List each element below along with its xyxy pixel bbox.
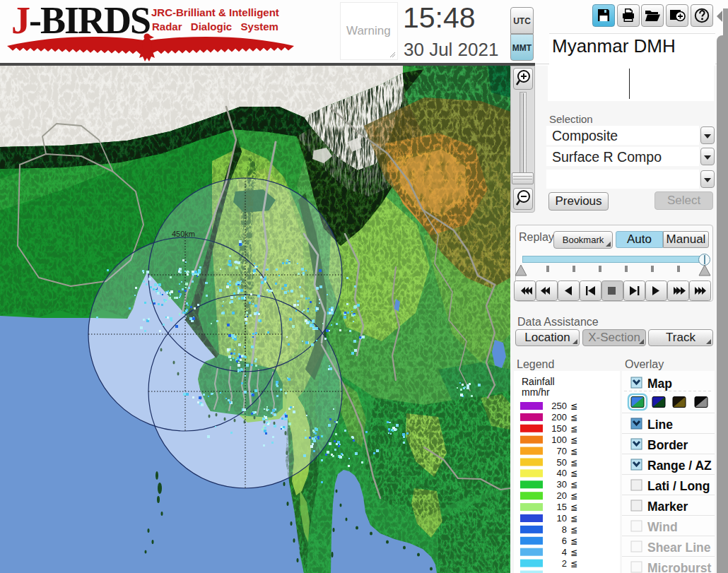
svg-text:≦: ≦ [570,458,577,468]
svg-text:50: 50 [557,457,567,468]
svg-text:15: 15 [557,502,567,512]
svg-text:≦: ≦ [570,548,577,557]
svg-text:Microburst: Microburst [647,561,712,573]
svg-text:Wind: Wind [647,520,678,534]
svg-text:≦: ≦ [570,559,577,569]
svg-text:≦: ≦ [570,536,577,546]
svg-text:30: 30 [557,479,567,490]
svg-text:40: 40 [557,468,567,478]
svg-text:Marker: Marker [647,500,688,514]
svg-text:150: 150 [551,423,567,434]
svg-text:6: 6 [562,536,567,546]
svg-text:100: 100 [551,435,567,445]
svg-text:≦: ≦ [570,468,577,478]
svg-text:4: 4 [562,547,567,557]
svg-text:10: 10 [557,513,567,524]
svg-text:Lati / Long: Lati / Long [647,479,710,493]
svg-text:20: 20 [557,490,567,501]
svg-text:Shear Line: Shear Line [647,540,711,555]
svg-text:8: 8 [562,524,567,535]
svg-text:≦: ≦ [570,435,577,445]
svg-text:200: 200 [551,412,567,423]
svg-text:450km: 450km [172,230,195,238]
svg-text:2: 2 [562,558,567,569]
svg-text:≦: ≦ [570,525,577,535]
svg-text:Range / AZ: Range / AZ [647,459,712,473]
svg-text:Line: Line [647,418,673,432]
svg-text:≦: ≦ [570,447,577,456]
svg-text:≦: ≦ [570,413,577,423]
svg-text:≦: ≦ [570,424,577,434]
svg-text:≦: ≦ [570,502,577,512]
svg-text:Map: Map [647,377,672,391]
svg-text:≦: ≦ [570,491,577,501]
svg-text:250: 250 [551,401,567,411]
svg-text:70: 70 [557,446,567,456]
svg-text:≦: ≦ [570,480,577,490]
svg-text:Border: Border [647,438,688,452]
svg-text:≦: ≦ [570,514,577,524]
svg-text:≦: ≦ [570,401,577,411]
